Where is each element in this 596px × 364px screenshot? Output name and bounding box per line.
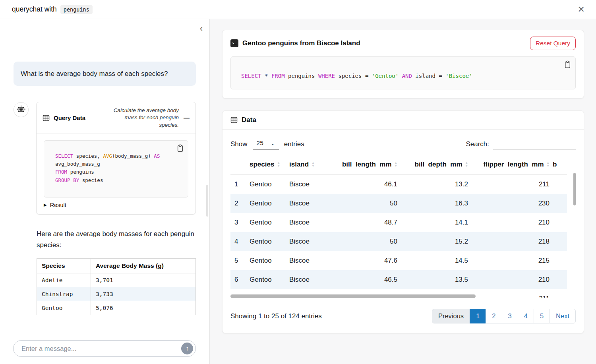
table-cell xyxy=(551,232,567,251)
assistant-avatar xyxy=(14,102,29,117)
chat-result-column-header: Species xyxy=(37,258,91,273)
table-cell: 3 xyxy=(230,213,248,232)
collapse-card-icon[interactable]: — xyxy=(184,114,190,121)
table-cell: Biscoe xyxy=(288,251,332,270)
send-button[interactable]: ↑ xyxy=(181,343,193,354)
tool-call-card: Query Data Calculate the average body ma… xyxy=(36,102,196,215)
table-cell: 46.5 xyxy=(332,270,399,289)
column-header-flipper_length_mm[interactable]: flipper_length_mm▲▼ xyxy=(470,155,551,175)
table-cell xyxy=(551,213,567,232)
chat-result-cell: Chinstrap xyxy=(37,287,91,301)
copy-to-clipboard-icon[interactable] xyxy=(177,144,184,152)
sort-icon: ▲▼ xyxy=(312,162,314,167)
table-cell: Gentoo xyxy=(248,175,288,194)
table-cell: 230 xyxy=(470,194,551,213)
chat-result-header-row: SpeciesAverage Body Mass (g) xyxy=(37,258,196,273)
vertical-scrollbar-thumb[interactable] xyxy=(573,173,576,205)
message-input[interactable] xyxy=(21,345,181,353)
table-cell: 47.6 xyxy=(332,251,399,270)
page-button-3[interactable]: 3 xyxy=(502,309,518,323)
horizontal-scrollbar-thumb[interactable] xyxy=(230,294,476,298)
current-query-card: >_ Gentoo penguins from Biscoe Island Re… xyxy=(222,30,584,99)
page-button-1[interactable]: 1 xyxy=(470,309,486,323)
result-label: Result xyxy=(50,202,66,208)
table-cell: 211 xyxy=(470,289,551,298)
table-cell: 14.5 xyxy=(399,251,470,270)
column-header-label: flipper_length_mm xyxy=(483,161,544,168)
table-row: 6GentooBiscoe46.513.5210 xyxy=(230,270,567,289)
table-cell: Biscoe xyxy=(288,232,332,251)
table-cell: 50 xyxy=(332,194,399,213)
collapse-sidebar-icon[interactable]: ‹ xyxy=(200,24,203,33)
chat-result-column-header: Average Body Mass (g) xyxy=(91,258,196,273)
table-cell xyxy=(551,251,567,270)
page-button-5[interactable]: 5 xyxy=(534,309,550,323)
sql-code-line: SELECT species, AVG(body_mass_g) AS xyxy=(55,152,182,160)
table-cell: 210 xyxy=(470,213,551,232)
table-icon xyxy=(230,116,238,124)
column-header-bill_depth_mm[interactable]: bill_depth_mm▲▼ xyxy=(399,155,470,175)
search-input[interactable] xyxy=(493,139,576,149)
page-button-2[interactable]: 2 xyxy=(486,309,502,323)
table-cell: 4 xyxy=(230,232,248,251)
table-cell: Gentoo xyxy=(248,270,288,289)
copy-to-clipboard-icon[interactable] xyxy=(564,60,571,68)
chat-result-cell: 3,701 xyxy=(91,273,196,287)
sort-icon: ▲▼ xyxy=(465,162,468,167)
sql-code-line: GROUP BY species xyxy=(55,176,182,184)
column-header-label: species xyxy=(250,161,274,168)
tool-card-subtitle: Calculate the average body mass for each… xyxy=(105,107,179,129)
column-header-island[interactable]: island▲▼ xyxy=(288,155,332,175)
result-disclosure[interactable]: ▶ Result xyxy=(44,202,188,208)
data-table: species▲▼island▲▼bill_length_mm▲▼bill_de… xyxy=(230,155,567,298)
table-cell: 50 xyxy=(332,232,399,251)
chevron-down-icon: ⌄ xyxy=(271,140,275,146)
reset-query-button[interactable]: Reset Query xyxy=(530,37,576,50)
table-cell: 13.2 xyxy=(399,175,470,194)
table-cell: Biscoe xyxy=(288,213,332,232)
chat-result-body: Adelie3,701Chinstrap3,733Gentoo5,076 xyxy=(37,273,196,315)
sql-code-line: SELECT * FROM penguins WHERE species = '… xyxy=(241,73,555,79)
column-header-index xyxy=(230,155,248,175)
table-cell xyxy=(551,270,567,289)
chat-result-table: SpeciesAverage Body Mass (g) Adelie3,701… xyxy=(37,258,196,315)
table-row: 4GentooBiscoe5015.2218 xyxy=(230,232,567,251)
show-label: Show xyxy=(230,140,248,148)
arrow-up-icon: ↑ xyxy=(186,345,189,352)
page-length-select[interactable]: 25 ⌄ xyxy=(253,139,279,150)
column-header-b: b xyxy=(551,155,567,175)
close-icon[interactable]: ✕ xyxy=(578,5,585,14)
data-card: Data Show 25 ⌄ entries Search: xyxy=(222,110,584,333)
table-row: 2GentooBiscoe5016.3230 xyxy=(230,194,567,213)
table-cell: Gentoo xyxy=(248,194,288,213)
chat-result-cell: Adelie xyxy=(37,273,91,287)
table-cell: Gentoo xyxy=(248,213,288,232)
column-header-bill_length_mm[interactable]: bill_length_mm▲▼ xyxy=(332,155,399,175)
caret-right-icon: ▶ xyxy=(44,203,47,207)
sort-icon: ▲▼ xyxy=(277,162,280,167)
chat-scrollbar-thumb[interactable] xyxy=(206,185,208,217)
table-cell: 2 xyxy=(230,194,248,213)
page-button-4[interactable]: 4 xyxy=(518,309,534,323)
table-row: 5GentooBiscoe47.614.5215 xyxy=(230,251,567,270)
table-cell: Biscoe xyxy=(288,270,332,289)
table-cell: 210 xyxy=(470,270,551,289)
assistant-message: Here are the average body masses for eac… xyxy=(37,228,196,251)
column-header-label: b xyxy=(553,161,557,168)
table-icon xyxy=(43,114,50,122)
user-message: What is the average body mass of each sp… xyxy=(14,62,196,86)
column-header-label: island xyxy=(289,161,309,168)
table-cell: 1 xyxy=(230,175,248,194)
table-cell: 13.5 xyxy=(399,270,470,289)
chat-result-cell: Gentoo xyxy=(37,301,91,315)
table-cell: 6 xyxy=(230,270,248,289)
sql-code-line: avg_body_mass_g xyxy=(55,160,182,168)
app-title-text: querychat with xyxy=(12,5,57,14)
page-button-next[interactable]: Next xyxy=(550,309,576,323)
column-header-species[interactable]: species▲▼ xyxy=(248,155,288,175)
table-cell: 48.7 xyxy=(332,213,399,232)
search-label: Search: xyxy=(466,140,489,148)
table-cell xyxy=(551,194,567,213)
table-cell: 14.1 xyxy=(399,213,470,232)
entries-label: entries xyxy=(284,140,304,148)
